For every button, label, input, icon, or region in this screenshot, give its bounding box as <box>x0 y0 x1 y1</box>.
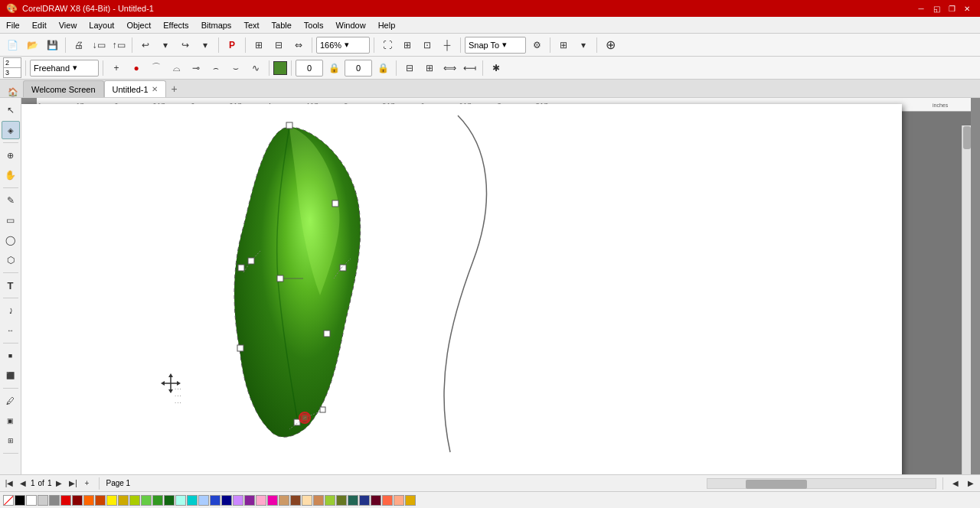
color-swatch-gold[interactable] <box>405 495 416 506</box>
menu-object[interactable]: Object <box>120 17 157 33</box>
color-swatch-brown[interactable] <box>290 495 301 506</box>
color-swatch-red[interactable] <box>60 495 71 506</box>
color-swatch-ltblue[interactable] <box>198 495 209 506</box>
color-swatch-ltbrown[interactable] <box>279 495 289 506</box>
prev-page-btn[interactable]: ◀ <box>17 477 29 490</box>
view-rulers[interactable]: ⊞ <box>398 36 416 54</box>
freehand-tool-btn[interactable]: ✎ <box>2 191 20 210</box>
delete-node-btn[interactable]: ● <box>127 59 145 77</box>
canvas-area[interactable]: 1 1/2 2 2 1/2 3 3 1/2 4 4 1/2 5 5 1/2 6 … <box>21 98 980 474</box>
tab-welcome[interactable]: Welcome Screen <box>23 80 104 97</box>
color-swatch-limegreen[interactable] <box>325 495 335 506</box>
node-to-smooth[interactable]: ⌓ <box>167 59 185 77</box>
color-swatch-maroon[interactable] <box>371 495 381 506</box>
color-swatch-teal[interactable] <box>348 495 358 506</box>
node-y-input[interactable] <box>345 60 372 77</box>
print-button[interactable]: 🖨 <box>70 36 88 54</box>
restore-button[interactable]: ❐ <box>945 2 959 15</box>
options-button[interactable]: ⊞ <box>554 36 573 54</box>
next-page-btn[interactable]: ▶ <box>53 477 65 490</box>
scroll-left-btn[interactable]: ◀ <box>949 477 962 490</box>
publish-button[interactable]: P <box>223 36 241 54</box>
menu-help[interactable]: Help <box>372 17 402 33</box>
distribute-button[interactable]: ⊟ <box>270 36 288 54</box>
menu-file[interactable]: File <box>0 17 26 33</box>
undo-dropdown[interactable]: ▾ <box>156 36 175 54</box>
import-button[interactable]: ↓▭ <box>90 36 108 54</box>
color-swatch-darkred[interactable] <box>72 495 83 506</box>
menu-text[interactable]: Text <box>237 17 265 33</box>
new-button[interactable]: 📄 <box>3 36 21 54</box>
color-swatch-darkyellow[interactable] <box>118 495 129 506</box>
color-swatch-gray[interactable] <box>49 495 60 506</box>
pan-tool-btn[interactable]: ✋ <box>2 166 20 184</box>
redo-button[interactable]: ↪ <box>176 36 194 54</box>
color-swatch-coral[interactable] <box>382 495 393 506</box>
view-grid[interactable]: ⊡ <box>418 36 436 54</box>
color-swatch-orange[interactable] <box>83 495 94 506</box>
align-button[interactable]: ⊞ <box>250 36 268 54</box>
pick-tool-btn[interactable]: ↖ <box>2 101 20 119</box>
minimize-button[interactable]: ─ <box>914 2 928 15</box>
text-tool-btn[interactable]: T <box>2 276 20 295</box>
fill-tool-btn[interactable]: ▣ <box>2 412 20 430</box>
color-swatch-green[interactable] <box>152 495 163 506</box>
snap-dropdown[interactable]: Snap To ▾ <box>465 37 526 54</box>
node-reflect-v[interactable]: ⟻ <box>460 59 479 77</box>
resize-button[interactable]: ◱ <box>929 2 943 15</box>
scroll-right-btn[interactable]: ▶ <box>965 477 977 490</box>
first-page-btn[interactable]: |◀ <box>3 477 15 490</box>
blend-tool-btn[interactable]: ⬛ <box>2 366 20 385</box>
color-swatch-cyan[interactable] <box>187 495 198 506</box>
node-x-input[interactable] <box>296 60 323 77</box>
zoom-dropdown[interactable]: 166% ▾ <box>316 37 370 54</box>
menu-bitmaps[interactable]: Bitmaps <box>195 17 238 33</box>
color-swatch-navy[interactable] <box>359 495 370 506</box>
scrollbar-horizontal[interactable] <box>707 478 936 489</box>
shadow-tool-btn[interactable]: ■ <box>2 347 20 365</box>
polygon-tool-btn[interactable]: ⬡ <box>2 251 20 269</box>
undo-button[interactable]: ↩ <box>136 36 155 54</box>
ellipse-tool-btn[interactable]: ◯ <box>2 231 20 249</box>
menu-effects[interactable]: Effects <box>157 17 194 33</box>
color-swatch-ltpurple[interactable] <box>233 495 243 506</box>
view-guidelines[interactable]: ┼ <box>438 36 456 54</box>
menu-view[interactable]: View <box>53 17 83 33</box>
color-swatch-ltgray[interactable] <box>38 495 48 506</box>
zoom-tool-btn[interactable]: ⊕ <box>2 146 20 164</box>
color-swatch-purple[interactable] <box>244 495 255 506</box>
color-swatch-darkgreen[interactable] <box>164 495 175 506</box>
canvas-drawing-area[interactable]: ········· <box>37 112 971 474</box>
color-swatch-yellow[interactable] <box>106 495 117 506</box>
menu-tools[interactable]: Tools <box>298 17 330 33</box>
menu-window[interactable]: Window <box>330 17 372 33</box>
scrollbar-thumb-h[interactable] <box>746 480 807 489</box>
last-page-btn[interactable]: ▶| <box>67 477 79 490</box>
scrollbar-thumb-v[interactable] <box>963 126 971 149</box>
dimension-tool-btn[interactable]: ↔ <box>2 321 20 340</box>
add-node-btn[interactable]: + <box>107 59 126 77</box>
no-fill-swatch[interactable] <box>3 495 14 506</box>
node-curve-btn[interactable]: ✱ <box>487 59 505 77</box>
color-swatch-darkblue[interactable] <box>221 495 232 506</box>
export-button[interactable]: ↑▭ <box>109 36 128 54</box>
color-swatch-darkorange[interactable] <box>95 495 106 506</box>
tab-close-button[interactable]: ✕ <box>152 85 158 93</box>
mirror-h-button[interactable]: ⇔ <box>289 36 308 54</box>
elastic-mode[interactable]: ∿ <box>247 59 265 77</box>
tab-document[interactable]: Untitled-1 ✕ <box>104 80 166 97</box>
node-spinbox[interactable]: 2 3 <box>3 57 21 78</box>
right-scrollbar[interactable] <box>962 125 971 474</box>
color-swatch-pink[interactable] <box>256 495 266 506</box>
tab-add-button[interactable]: + <box>166 80 183 97</box>
node-to-cusp[interactable]: ⌒ <box>147 59 165 77</box>
color-swatch-magenta[interactable] <box>267 495 278 506</box>
color-swatch-blue[interactable] <box>210 495 220 506</box>
menu-layout[interactable]: Layout <box>83 17 120 33</box>
color-swatch-darkskin[interactable] <box>313 495 324 506</box>
menu-edit[interactable]: Edit <box>26 17 53 33</box>
color-swatch-skin[interactable] <box>302 495 312 506</box>
color-swatch-ltgreen[interactable] <box>141 495 152 506</box>
color-swatch-ylwgrn[interactable] <box>129 495 140 506</box>
make-line[interactable]: ⊸ <box>187 59 205 77</box>
